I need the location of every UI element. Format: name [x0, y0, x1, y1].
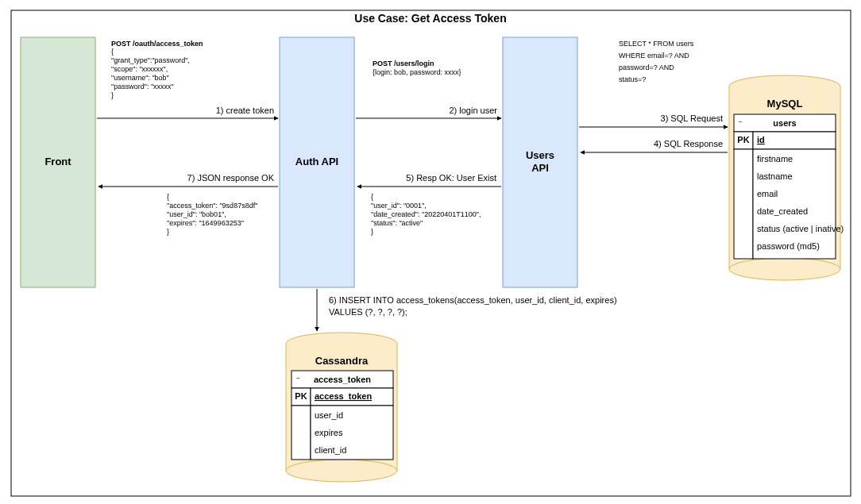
post2-head: POST /users/login: [373, 60, 434, 67]
svg-text:email: email: [757, 189, 778, 198]
svg-text:5) Resp OK: User Exist: 5) Resp OK: User Exist: [406, 173, 496, 183]
svg-text:PK: PK: [295, 391, 307, 401]
svg-text:firstname: firstname: [757, 154, 793, 164]
svg-text:3) SQL Request: 3) SQL Request: [661, 113, 723, 123]
svg-point-4: [729, 258, 840, 280]
svg-text:access_token: access_token: [315, 391, 372, 401]
sql-select: SELECT * FROM users WHERE email=? AND pa…: [619, 40, 696, 83]
svg-text:id: id: [757, 135, 765, 144]
svg-text:4) SQL Response: 4) SQL Response: [654, 139, 723, 148]
svg-text:7) JSON response OK: 7) JSON response OK: [187, 173, 275, 183]
svg-text:PK: PK: [737, 135, 749, 144]
users-label-1: Users: [526, 149, 554, 161]
users-label-2: API: [531, 162, 549, 174]
table-collapse-icon: −: [739, 118, 743, 125]
arrow-6-line1: 6) INSERT INTO access_tokens(access_toke…: [329, 295, 617, 305]
svg-text:date_created: date_created: [757, 206, 808, 216]
post1-body: { "grant_type":"password", "scope": "xxx…: [111, 48, 191, 99]
resp5-body: { "user_id": "0001", "date_created": "20…: [371, 193, 483, 236]
svg-text:users: users: [773, 118, 796, 128]
svg-point-23: [286, 460, 397, 482]
diagram-title: Use Case: Get Access Token: [354, 12, 506, 25]
svg-text:access_token: access_token: [314, 375, 371, 384]
post2-body: {login: bob, password: xxxx}: [373, 68, 461, 76]
svg-rect-9: [753, 132, 836, 149]
svg-text:expires: expires: [315, 428, 343, 437]
svg-text:password (md5): password (md5): [757, 241, 820, 251]
svg-text:lastname: lastname: [757, 171, 793, 181]
svg-text:2) login user: 2) login user: [449, 106, 497, 115]
svg-text:1) create token: 1) create token: [216, 106, 274, 115]
mysql-table: − users PK id firstname lastname email d…: [734, 114, 844, 259]
front-label: Front: [44, 156, 71, 167]
mysql-title: MySQL: [767, 98, 803, 110]
svg-rect-30: [292, 406, 311, 460]
post1-head: POST /oauth/access_token: [111, 40, 203, 48]
svg-text:status (active | inative): status (active | inative): [757, 224, 844, 233]
table-collapse-icon: −: [296, 375, 300, 382]
cassandra-title: Cassandra: [315, 355, 369, 367]
svg-text:user_id: user_id: [315, 410, 343, 420]
auth-label: Auth API: [295, 156, 338, 167]
svg-rect-11: [734, 149, 753, 259]
cassandra-table: − access_token PK access_token user_id e…: [292, 371, 393, 460]
arrow-6-line2: VALUES (?, ?, ?, ?);: [329, 307, 407, 317]
resp7-body: { "access_token": "9sd87s8df" "user_id":…: [167, 193, 260, 236]
svg-text:client_id: client_id: [315, 445, 346, 455]
